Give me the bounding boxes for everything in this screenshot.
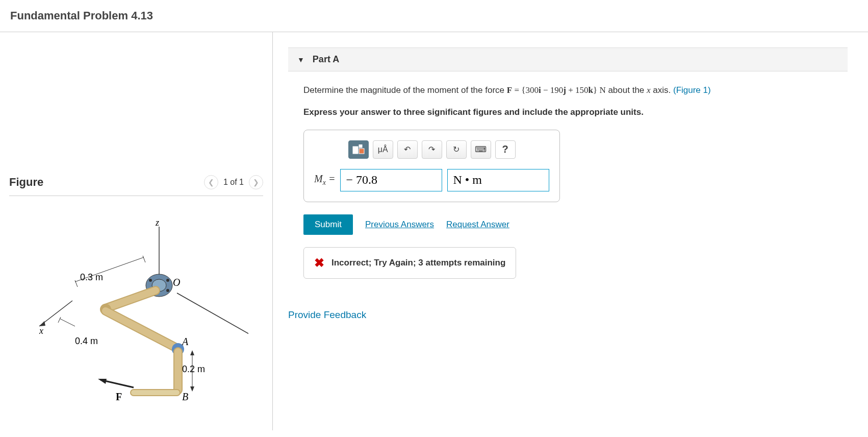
figure-nav: ❮ 1 of 1 ❯ — [204, 175, 263, 189]
chevron-right-icon: ❯ — [253, 178, 259, 186]
svg-line-18 — [58, 317, 61, 323]
submit-button[interactable]: Submit — [303, 214, 353, 235]
main-content: Figure ❮ 1 of 1 ❯ z — [0, 32, 868, 430]
action-row: Submit Previous Answers Request Answer — [303, 214, 848, 235]
figure-title: Figure — [9, 176, 43, 189]
undo-button[interactable]: ↶ — [397, 140, 418, 159]
instruction-text: Express your answer to three significant… — [288, 107, 848, 117]
page-header: Fundamental Problem 4.13 — [0, 0, 868, 32]
question-pre: Determine the magnitude of the moment of… — [303, 85, 507, 95]
incorrect-icon: ✖ — [314, 256, 324, 270]
feedback-text: Incorrect; Try Again; 3 attempts remaini… — [331, 258, 505, 268]
point-O-label: O — [173, 277, 180, 288]
dim-0-4m: 0.4 m — [75, 336, 98, 346]
redo-icon: ↷ — [428, 144, 435, 154]
point-A-label: A — [181, 336, 189, 347]
question-text: Determine the magnitude of the moment of… — [288, 84, 848, 97]
template-tool-button[interactable] — [348, 140, 369, 159]
dim-0-2m: 0.2 m — [182, 364, 205, 374]
feedback-box: ✖ Incorrect; Try Again; 3 attempts remai… — [303, 247, 516, 279]
svg-rect-24 — [359, 149, 364, 154]
units-icon: μÅ — [378, 145, 388, 154]
keyboard-icon: ⌨ — [475, 144, 487, 154]
part-header[interactable]: ▼ Part A — [288, 47, 848, 71]
svg-rect-22 — [353, 147, 358, 154]
figure-link[interactable]: (Figure 1) — [673, 85, 711, 95]
figure-section: Figure ❮ 1 of 1 ❯ z — [0, 175, 272, 405]
figure-next-button[interactable]: ❯ — [249, 175, 263, 189]
question-post: about the x axis. — [606, 85, 673, 95]
provide-feedback-link[interactable]: Provide Feedback — [288, 309, 848, 321]
svg-point-7 — [166, 279, 169, 282]
svg-point-6 — [149, 279, 152, 282]
reset-icon: ↻ — [453, 144, 459, 154]
keyboard-button[interactable]: ⌨ — [471, 140, 491, 159]
answer-toolbar: μÅ ↶ ↷ ↻ ⌨ ? — [314, 140, 549, 159]
problem-title: Fundamental Problem 4.13 — [10, 9, 858, 22]
dim-0-3m: 0.3 m — [80, 272, 103, 282]
figure-prev-button[interactable]: ❮ — [204, 175, 218, 189]
axis-z-label: z — [155, 217, 159, 228]
help-icon: ? — [502, 143, 508, 155]
answer-variable-label: Mx = — [314, 173, 335, 187]
help-button[interactable]: ? — [495, 140, 516, 159]
answer-unit-input[interactable] — [447, 169, 549, 191]
svg-rect-23 — [359, 144, 362, 148]
template-icon — [352, 144, 365, 155]
request-answer-link[interactable]: Request Answer — [446, 220, 509, 230]
figure-header: Figure ❮ 1 of 1 ❯ — [9, 175, 263, 196]
axis-x-label: x — [39, 326, 43, 336]
svg-marker-13 — [98, 379, 107, 384]
answer-input-row: Mx = — [314, 169, 549, 191]
part-title: Part A — [313, 54, 339, 65]
figure-counter: 1 of 1 — [223, 178, 244, 187]
svg-line-16 — [143, 256, 145, 262]
right-panel: ▼ Part A Determine the magnitude of the … — [273, 32, 868, 430]
reset-button[interactable]: ↻ — [446, 140, 467, 159]
svg-line-17 — [60, 319, 75, 326]
svg-point-9 — [166, 289, 169, 292]
collapse-arrow-icon: ▼ — [297, 56, 304, 64]
pipe-diagram-svg: z y x O — [24, 216, 248, 400]
force-F-label: F — [116, 391, 122, 400]
svg-marker-20 — [190, 350, 194, 355]
svg-marker-21 — [190, 386, 194, 392]
answer-value-input[interactable] — [340, 169, 442, 191]
answer-box: μÅ ↶ ↷ ↻ ⌨ ? Mx = — [303, 130, 560, 202]
left-panel: Figure ❮ 1 of 1 ❯ z — [0, 32, 273, 430]
units-tool-button[interactable]: μÅ — [373, 140, 393, 159]
point-B-label: B — [182, 391, 188, 400]
svg-line-1 — [177, 293, 248, 336]
previous-answers-link[interactable]: Previous Answers — [365, 220, 434, 230]
figure-diagram: z y x O — [9, 211, 263, 405]
chevron-left-icon: ❮ — [208, 178, 214, 186]
redo-button[interactable]: ↷ — [422, 140, 442, 159]
undo-icon: ↶ — [404, 144, 411, 154]
